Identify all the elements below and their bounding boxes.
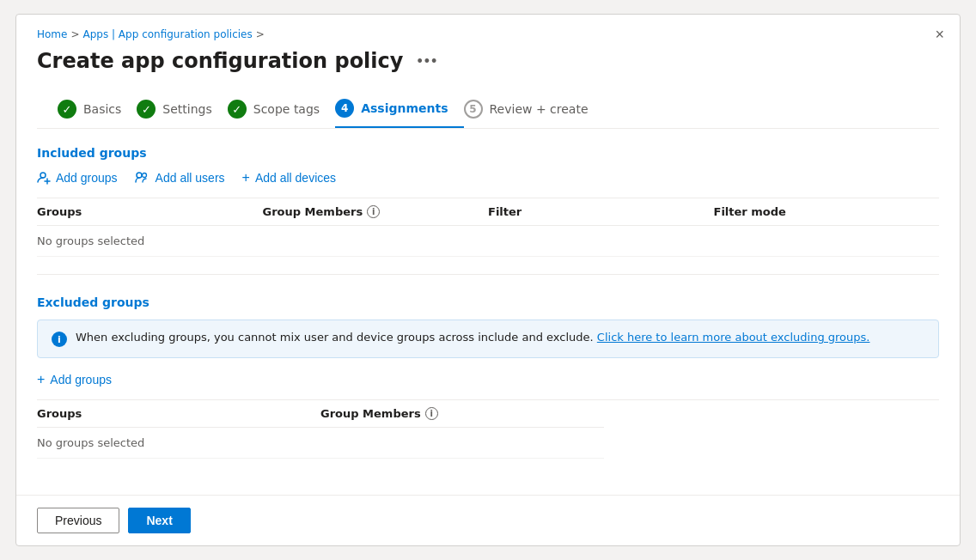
learn-more-link[interactable]: Click here to learn more about excluding… bbox=[597, 331, 870, 344]
add-groups-button[interactable]: Add groups bbox=[37, 171, 118, 185]
step-scope-tags[interactable]: ✓ Scope tags bbox=[228, 91, 335, 127]
section-divider bbox=[37, 274, 939, 275]
add-all-users-icon bbox=[135, 171, 150, 185]
step-label-basics: Basics bbox=[83, 102, 121, 116]
breadcrumb-sep2: > bbox=[256, 28, 265, 40]
step-circle-scope-tags: ✓ bbox=[228, 100, 247, 119]
group-members-excluded-info-icon[interactable]: i bbox=[425, 407, 438, 420]
step-circle-review-create: 5 bbox=[464, 100, 483, 119]
step-label-assignments: Assignments bbox=[361, 101, 448, 115]
step-review-create[interactable]: 5 Review + create bbox=[464, 91, 604, 127]
included-groups-table: Groups Group Members i Filter Filter mod… bbox=[37, 198, 939, 257]
checkmark-scope-tags: ✓ bbox=[232, 103, 241, 116]
excluded-groups-table: Groups Group Members i No groups selecte… bbox=[37, 399, 939, 459]
included-groups-table-header: Groups Group Members i Filter Filter mod… bbox=[37, 198, 939, 226]
excluded-groups-title: Excluded groups bbox=[37, 295, 939, 309]
add-groups-excluded-plus-icon: + bbox=[37, 372, 45, 387]
previous-button[interactable]: Previous bbox=[37, 508, 119, 533]
step-settings[interactable]: ✓ Settings bbox=[137, 91, 227, 127]
add-all-users-button[interactable]: Add all users bbox=[135, 171, 225, 185]
more-options-button[interactable]: ••• bbox=[412, 51, 443, 72]
col-group-members-included: Group Members i bbox=[263, 205, 489, 218]
included-groups-title: Included groups bbox=[37, 146, 939, 160]
col-filter-mode-included: Filter mode bbox=[714, 205, 940, 218]
step-basics[interactable]: ✓ Basics bbox=[58, 91, 137, 127]
breadcrumb-sep1: > bbox=[70, 28, 79, 40]
group-members-info-icon[interactable]: i bbox=[367, 205, 380, 218]
col-groups-included: Groups bbox=[37, 205, 263, 218]
info-banner: i When excluding groups, you cannot mix … bbox=[37, 320, 939, 358]
step-circle-settings: ✓ bbox=[137, 100, 156, 119]
excluded-groups-table-header: Groups Group Members i bbox=[37, 400, 604, 428]
step-number-assignments: 4 bbox=[341, 102, 348, 114]
add-all-devices-label: Add all devices bbox=[255, 171, 336, 185]
step-circle-assignments: 4 bbox=[335, 99, 354, 118]
add-groups-label: Add groups bbox=[56, 171, 118, 185]
included-groups-action-bar: Add groups Add all users + Add all devic… bbox=[37, 170, 939, 186]
step-label-settings: Settings bbox=[162, 102, 211, 116]
panel-footer: Previous Next bbox=[16, 495, 960, 545]
panel-header: Home > Apps | App configuration policies… bbox=[16, 15, 960, 129]
add-user-icon bbox=[37, 171, 51, 185]
add-groups-excluded-button[interactable]: + Add groups bbox=[37, 372, 112, 387]
info-banner-icon: i bbox=[52, 332, 67, 347]
included-groups-empty-text: No groups selected bbox=[37, 234, 263, 247]
col-groups-excluded: Groups bbox=[37, 407, 320, 420]
title-row: Create app configuration policy ••• bbox=[37, 49, 939, 73]
step-circle-basics: ✓ bbox=[58, 100, 76, 119]
svg-point-4 bbox=[142, 173, 146, 178]
info-banner-text: When excluding groups, you cannot mix us… bbox=[76, 331, 869, 344]
step-label-review-create: Review + create bbox=[490, 102, 589, 116]
checkmark-basics: ✓ bbox=[63, 103, 72, 116]
add-groups-excluded-label: Add groups bbox=[50, 373, 112, 387]
breadcrumb-home[interactable]: Home bbox=[37, 28, 67, 40]
add-all-users-label: Add all users bbox=[156, 171, 225, 185]
checkmark-settings: ✓ bbox=[142, 103, 151, 116]
col-filter-included: Filter bbox=[488, 205, 714, 218]
panel-content: Included groups Add groups bbox=[16, 129, 960, 495]
steps-row: ✓ Basics ✓ Settings ✓ Scope tags bbox=[37, 90, 939, 129]
step-assignments[interactable]: 4 Assignments bbox=[335, 90, 463, 128]
included-groups-section: Included groups Add groups bbox=[37, 146, 939, 257]
add-all-devices-plus-icon: + bbox=[242, 170, 250, 186]
breadcrumb-apps[interactable]: Apps | App configuration policies bbox=[83, 28, 253, 40]
included-groups-empty-row: No groups selected bbox=[37, 226, 939, 257]
breadcrumb: Home > Apps | App configuration policies… bbox=[37, 28, 939, 40]
col-group-members-excluded: Group Members i bbox=[320, 407, 604, 420]
excluded-groups-empty-row: No groups selected bbox=[37, 428, 604, 459]
next-button[interactable]: Next bbox=[128, 508, 190, 533]
step-label-scope-tags: Scope tags bbox=[253, 102, 320, 116]
svg-point-3 bbox=[137, 173, 142, 178]
step-number-review-create: 5 bbox=[469, 103, 476, 115]
create-policy-panel: Home > Apps | App configuration policies… bbox=[15, 14, 961, 546]
excluded-groups-empty-text: No groups selected bbox=[37, 436, 320, 449]
svg-point-0 bbox=[40, 173, 46, 178]
excluded-groups-action-bar: + Add groups bbox=[37, 372, 939, 387]
excluded-groups-section: Excluded groups i When excluding groups,… bbox=[37, 295, 939, 459]
close-button[interactable]: × bbox=[935, 27, 944, 42]
add-all-devices-button[interactable]: + Add all devices bbox=[242, 170, 337, 186]
page-title: Create app configuration policy bbox=[37, 49, 403, 73]
